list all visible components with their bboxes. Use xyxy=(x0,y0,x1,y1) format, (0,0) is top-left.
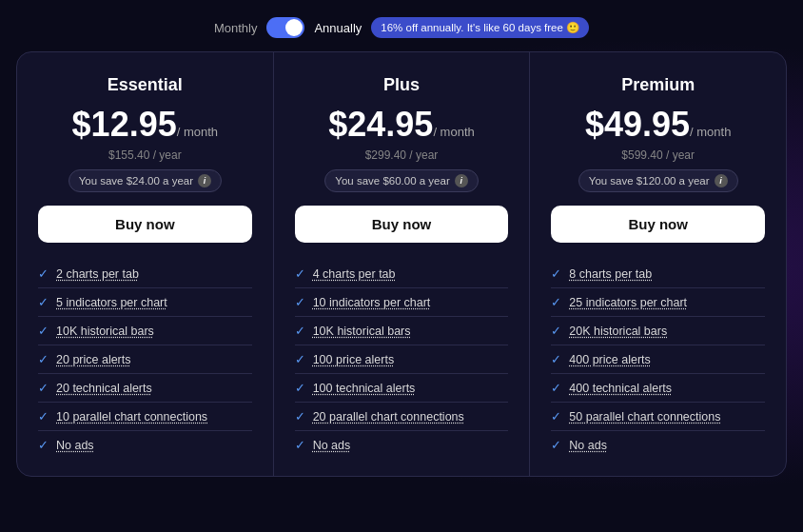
info-icon-essential[interactable]: i xyxy=(198,174,211,187)
price-period-essential: / month xyxy=(177,125,218,139)
plan-price-essential: $12.95/ month xyxy=(38,105,252,145)
check-icon-essential-0: ✓ xyxy=(38,266,49,281)
feature-item-premium-6: ✓ No ads xyxy=(551,431,765,459)
price-amount-plus: $24.95 xyxy=(328,105,433,144)
feature-text-premium-5: 50 parallel chart connections xyxy=(569,410,720,424)
feature-text-essential-2: 10K historical bars xyxy=(56,325,154,338)
savings-text-plus: You save $60.00 a year xyxy=(335,175,449,187)
check-icon-premium-4: ✓ xyxy=(551,381,561,395)
feature-item-essential-1: ✓ 5 indicators per chart xyxy=(38,288,252,317)
billing-toggle: Monthly Annually 16% off annually. It's … xyxy=(214,17,589,38)
check-icon-plus-0: ✓ xyxy=(295,266,305,281)
feature-item-essential-6: ✓ No ads xyxy=(38,431,252,459)
feature-item-premium-3: ✓ 400 price alerts xyxy=(551,345,765,374)
price-amount-premium: $49.95 xyxy=(585,105,690,144)
feature-text-premium-1: 25 indicators per chart xyxy=(569,296,687,309)
price-yearly-essential: $155.40 / year xyxy=(38,148,252,162)
check-icon-essential-4: ✓ xyxy=(38,381,49,395)
plans-container: Essential $12.95/ month $155.40 / year Y… xyxy=(16,51,787,477)
savings-text-essential: You save $24.00 a year xyxy=(79,175,193,187)
feature-item-plus-5: ✓ 20 parallel chart connections xyxy=(295,403,509,431)
buy-button-plus[interactable]: Buy now xyxy=(295,206,509,243)
feature-item-plus-4: ✓ 100 technical alerts xyxy=(295,374,509,403)
check-icon-plus-5: ✓ xyxy=(295,409,305,424)
plan-plus: Plus $24.95/ month $299.40 / year You sa… xyxy=(274,52,531,476)
monthly-label: Monthly xyxy=(214,21,258,35)
feature-text-premium-6: No ads xyxy=(569,439,607,452)
feature-text-plus-6: No ads xyxy=(313,439,351,452)
price-period-plus: / month xyxy=(433,125,474,139)
feature-item-plus-6: ✓ No ads xyxy=(295,431,509,459)
billing-switch[interactable] xyxy=(266,17,304,38)
feature-text-essential-3: 20 price alerts xyxy=(56,353,131,366)
features-list-plus: ✓ 4 charts per tab ✓ 10 indicators per c… xyxy=(295,260,509,459)
feature-item-premium-0: ✓ 8 charts per tab xyxy=(551,260,765,288)
feature-text-plus-5: 20 parallel chart connections xyxy=(313,410,464,424)
feature-text-plus-3: 100 price alerts xyxy=(313,353,394,366)
feature-item-premium-5: ✓ 50 parallel chart connections xyxy=(551,403,765,431)
feature-item-plus-0: ✓ 4 charts per tab xyxy=(295,260,509,288)
features-list-premium: ✓ 8 charts per tab ✓ 25 indicators per c… xyxy=(551,260,765,459)
buy-button-essential[interactable]: Buy now xyxy=(38,206,252,243)
features-list-essential: ✓ 2 charts per tab ✓ 5 indicators per ch… xyxy=(38,260,252,459)
feature-text-essential-1: 5 indicators per chart xyxy=(56,296,167,309)
feature-item-premium-1: ✓ 25 indicators per chart xyxy=(551,288,765,317)
feature-text-plus-1: 10 indicators per chart xyxy=(313,296,431,309)
feature-text-plus-0: 4 charts per tab xyxy=(313,267,396,281)
plan-name-plus: Plus xyxy=(295,75,509,95)
price-period-premium: / month xyxy=(690,125,731,139)
feature-text-premium-2: 20K historical bars xyxy=(569,325,667,338)
feature-text-plus-2: 10K historical bars xyxy=(313,325,411,338)
feature-text-essential-5: 10 parallel chart connections xyxy=(56,410,207,424)
feature-item-plus-3: ✓ 100 price alerts xyxy=(295,345,509,374)
plan-price-plus: $24.95/ month xyxy=(295,105,509,145)
feature-text-plus-4: 100 technical alerts xyxy=(313,382,416,395)
check-icon-essential-3: ✓ xyxy=(38,352,49,366)
annual-discount-badge: 16% off annually. It's like 60 days free… xyxy=(371,17,589,38)
feature-item-essential-0: ✓ 2 charts per tab xyxy=(38,260,252,288)
check-icon-essential-2: ✓ xyxy=(38,324,49,338)
feature-text-premium-4: 400 technical alerts xyxy=(569,382,672,395)
price-yearly-premium: $599.40 / year xyxy=(551,148,765,162)
plan-name-essential: Essential xyxy=(38,75,252,95)
check-icon-plus-4: ✓ xyxy=(295,381,305,395)
savings-badge-essential: You save $24.00 a year i xyxy=(69,169,222,192)
info-icon-plus[interactable]: i xyxy=(455,174,468,187)
check-icon-premium-6: ✓ xyxy=(551,438,561,452)
toggle-thumb xyxy=(285,19,303,36)
check-icon-premium-3: ✓ xyxy=(551,352,561,366)
check-icon-premium-1: ✓ xyxy=(551,295,561,309)
info-icon-premium[interactable]: i xyxy=(715,174,728,187)
feature-item-essential-5: ✓ 10 parallel chart connections xyxy=(38,403,252,431)
feature-item-plus-2: ✓ 10K historical bars xyxy=(295,317,509,345)
check-icon-plus-3: ✓ xyxy=(295,352,305,366)
feature-text-essential-4: 20 technical alerts xyxy=(56,382,152,395)
savings-badge-premium: You save $120.00 a year i xyxy=(578,169,738,192)
check-icon-essential-1: ✓ xyxy=(38,295,49,309)
check-icon-plus-6: ✓ xyxy=(295,438,305,452)
feature-item-essential-2: ✓ 10K historical bars xyxy=(38,317,252,345)
check-icon-plus-2: ✓ xyxy=(295,324,305,338)
feature-item-essential-3: ✓ 20 price alerts xyxy=(38,345,252,374)
plan-price-premium: $49.95/ month xyxy=(551,105,765,145)
feature-text-essential-6: No ads xyxy=(56,439,94,452)
check-icon-premium-5: ✓ xyxy=(551,409,561,424)
annually-label: Annually xyxy=(314,21,362,35)
check-icon-premium-2: ✓ xyxy=(551,324,561,338)
feature-text-essential-0: 2 charts per tab xyxy=(56,267,139,281)
feature-item-plus-1: ✓ 10 indicators per chart xyxy=(295,288,509,317)
savings-text-premium: You save $120.00 a year xyxy=(589,175,710,187)
savings-badge-plus: You save $60.00 a year i xyxy=(324,169,478,192)
check-icon-essential-6: ✓ xyxy=(38,438,49,452)
plan-essential: Essential $12.95/ month $155.40 / year Y… xyxy=(17,52,274,476)
price-yearly-plus: $299.40 / year xyxy=(295,148,509,162)
feature-item-premium-4: ✓ 400 technical alerts xyxy=(551,374,765,403)
feature-text-premium-3: 400 price alerts xyxy=(569,353,650,366)
feature-item-premium-2: ✓ 20K historical bars xyxy=(551,317,765,345)
feature-item-essential-4: ✓ 20 technical alerts xyxy=(38,374,252,403)
check-icon-premium-0: ✓ xyxy=(551,266,561,281)
check-icon-plus-1: ✓ xyxy=(295,295,305,309)
buy-button-premium[interactable]: Buy now xyxy=(551,206,765,243)
plan-premium: Premium $49.95/ month $599.40 / year You… xyxy=(530,52,786,476)
check-icon-essential-5: ✓ xyxy=(38,409,49,424)
